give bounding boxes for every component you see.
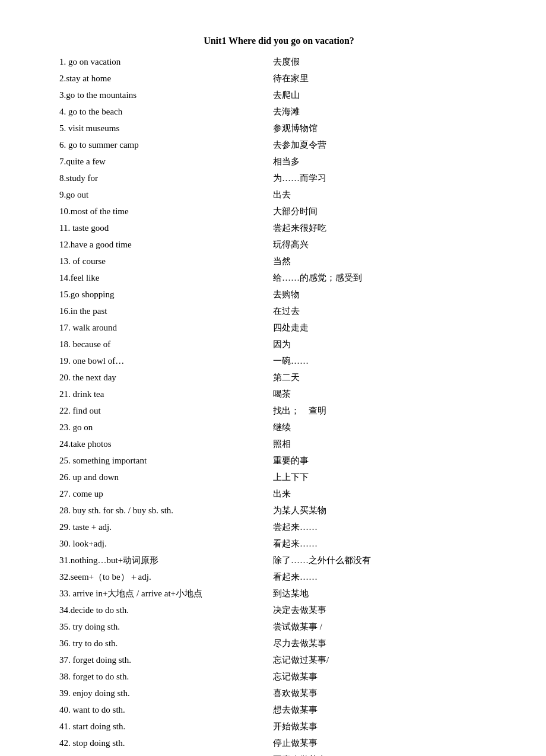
english-phrase: 42. stop doing sth.	[59, 736, 273, 750]
chinese-translation: 到达某地	[273, 586, 499, 601]
list-item: 36. try to do sth.尽力去做某事	[59, 636, 499, 650]
chinese-translation: 去参加夏令营	[273, 138, 499, 152]
chinese-translation: 在过去	[273, 304, 499, 318]
english-phrase: 1. go on vacation	[59, 55, 273, 69]
chinese-translation: 不喜欢做某事	[273, 752, 499, 756]
list-item: 41. start doing sth.开始做某事	[59, 719, 499, 733]
chinese-translation: 想去做某事	[273, 703, 499, 717]
list-item: 27. come up出来	[59, 487, 499, 501]
english-phrase: 28. buy sth. for sb. / buy sb. sth.	[59, 503, 273, 517]
list-item: 1. go on vacation去度假	[59, 55, 499, 69]
list-item: 8.study for为……而学习	[59, 171, 499, 185]
list-item: 32.seem+（to be）＋adj.看起来……	[59, 570, 499, 584]
list-item: 4. go to the beach去海滩	[59, 104, 499, 119]
english-phrase: 11. taste good	[59, 221, 273, 235]
english-phrase: 40. want to do sth.	[59, 703, 273, 717]
chinese-translation: 除了……之外什么都没有	[273, 553, 499, 567]
chinese-translation: 去度假	[273, 55, 499, 69]
list-item: 14.feel like给……的感觉；感受到	[59, 271, 499, 285]
english-phrase: 5. visit museums	[59, 121, 273, 135]
chinese-translation: 停止做某事	[273, 736, 499, 750]
english-phrase: 43. dislike doing sth.	[59, 752, 273, 756]
english-phrase: 13. of course	[59, 254, 273, 268]
chinese-translation: 重要的事	[273, 453, 499, 468]
chinese-translation: 为……而学习	[273, 171, 499, 185]
chinese-translation: 看起来……	[273, 536, 499, 551]
chinese-translation: 开始做某事	[273, 719, 499, 733]
chinese-translation: 照相	[273, 437, 499, 451]
english-phrase: 32.seem+（to be）＋adj.	[59, 570, 273, 584]
english-phrase: 8.study for	[59, 171, 273, 185]
chinese-translation: 出去	[273, 188, 499, 202]
english-phrase: 29. taste + adj.	[59, 520, 273, 534]
chinese-translation: 出来	[273, 487, 499, 501]
chinese-translation: 尝起来很好吃	[273, 221, 499, 235]
english-phrase: 20. the next day	[59, 370, 273, 385]
english-phrase: 38. forget to do sth.	[59, 669, 273, 684]
english-phrase: 12.have a good time	[59, 237, 273, 252]
english-phrase: 30. look+adj.	[59, 536, 273, 551]
chinese-translation: 去海滩	[273, 104, 499, 119]
english-phrase: 33. arrive in+大地点 / arrive at+小地点	[59, 586, 273, 601]
chinese-translation: 忘记做某事	[273, 669, 499, 684]
list-item: 12.have a good time玩得高兴	[59, 237, 499, 252]
list-item: 35. try doing sth.尝试做某事 /	[59, 620, 499, 634]
chinese-translation: 当然	[273, 254, 499, 268]
chinese-translation: 因为	[273, 337, 499, 351]
list-item: 9.go out出去	[59, 188, 499, 202]
list-item: 15.go shopping去购物	[59, 287, 499, 301]
english-phrase: 19. one bowl of…	[59, 354, 273, 368]
english-phrase: 15.go shopping	[59, 287, 273, 301]
list-item: 17. walk around四处走走	[59, 320, 499, 335]
list-item: 3.go to the mountains去爬山	[59, 88, 499, 102]
chinese-translation: 第二天	[273, 370, 499, 385]
list-item: 28. buy sth. for sb. / buy sb. sth.为某人买某…	[59, 503, 499, 517]
english-phrase: 37. forget doing sth.	[59, 653, 273, 667]
list-item: 2.stay at home待在家里	[59, 71, 499, 85]
list-item: 11. taste good尝起来很好吃	[59, 221, 499, 235]
list-item: 21. drink tea喝茶	[59, 387, 499, 401]
list-item: 31.nothing…but+动词原形除了……之外什么都没有	[59, 553, 499, 567]
list-item: 20. the next day第二天	[59, 370, 499, 385]
vocabulary-list: 1. go on vacation去度假2.stay at home待在家里3.…	[59, 55, 499, 756]
english-phrase: 27. come up	[59, 487, 273, 501]
chinese-translation: 找出； 查明	[273, 404, 499, 418]
list-item: 19. one bowl of…一碗……	[59, 354, 499, 368]
english-phrase: 24.take photos	[59, 437, 273, 451]
chinese-translation: 四处走走	[273, 320, 499, 335]
list-item: 16.in the past在过去	[59, 304, 499, 318]
english-phrase: 35. try doing sth.	[59, 620, 273, 634]
chinese-translation: 决定去做某事	[273, 603, 499, 617]
list-item: 40. want to do sth.想去做某事	[59, 703, 499, 717]
chinese-translation: 相当多	[273, 154, 499, 169]
english-phrase: 3.go to the mountains	[59, 88, 273, 102]
list-item: 38. forget to do sth.忘记做某事	[59, 669, 499, 684]
english-phrase: 16.in the past	[59, 304, 273, 318]
chinese-translation: 参观博物馆	[273, 121, 499, 135]
list-item: 37. forget doing sth.忘记做过某事/	[59, 653, 499, 667]
list-item: 10.most of the time大部分时间	[59, 204, 499, 218]
list-item: 42. stop doing sth.停止做某事	[59, 736, 499, 750]
chinese-translation: 玩得高兴	[273, 237, 499, 252]
list-item: 23. go on继续	[59, 420, 499, 434]
list-item: 24.take photos照相	[59, 437, 499, 451]
chinese-translation: 大部分时间	[273, 204, 499, 218]
chinese-translation: 忘记做过某事/	[273, 653, 499, 667]
list-item: 26. up and down上上下下	[59, 470, 499, 484]
list-item: 34.decide to do sth.决定去做某事	[59, 603, 499, 617]
list-item: 22. find out找出； 查明	[59, 404, 499, 418]
list-item: 6. go to summer camp去参加夏令营	[59, 138, 499, 152]
list-item: 30. look+adj.看起来……	[59, 536, 499, 551]
list-item: 13. of course当然	[59, 254, 499, 268]
english-phrase: 26. up and down	[59, 470, 273, 484]
list-item: 25. something important重要的事	[59, 453, 499, 468]
english-phrase: 14.feel like	[59, 271, 273, 285]
english-phrase: 41. start doing sth.	[59, 719, 273, 733]
english-phrase: 21. drink tea	[59, 387, 273, 401]
chinese-translation: 为某人买某物	[273, 503, 499, 517]
english-phrase: 34.decide to do sth.	[59, 603, 273, 617]
list-item: 7.quite a few相当多	[59, 154, 499, 169]
chinese-translation: 继续	[273, 420, 499, 434]
english-phrase: 17. walk around	[59, 320, 273, 335]
english-phrase: 10.most of the time	[59, 204, 273, 218]
